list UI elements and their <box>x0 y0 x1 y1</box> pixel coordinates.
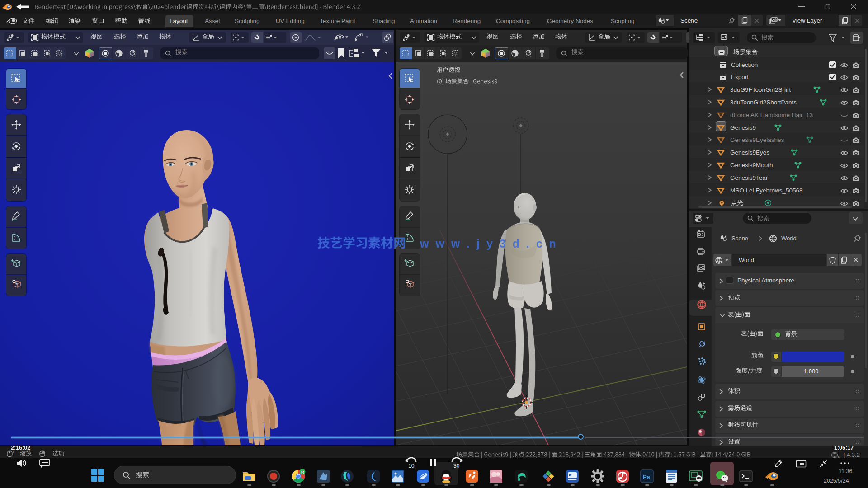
svg-text:R: R <box>301 470 304 474</box>
svg-text:30: 30 <box>453 463 460 469</box>
svg-text:s: s <box>838 455 840 458</box>
svg-text:10: 10 <box>408 463 415 469</box>
svg-text:Ps: Ps <box>643 474 650 480</box>
